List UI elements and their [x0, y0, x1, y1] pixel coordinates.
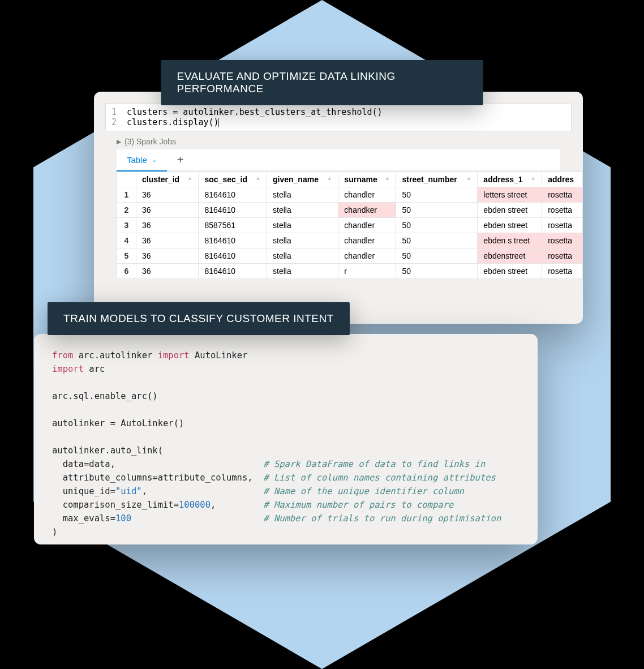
table-cell[interactable]: 8164610 — [199, 187, 267, 203]
table-cell[interactable]: 36 — [136, 264, 199, 279]
table-cell[interactable]: 36 — [136, 218, 199, 233]
table-cell[interactable]: 50 — [396, 264, 478, 279]
results-table: cluster_id▲ soc_sec_id▲ given_name▲ surn… — [117, 171, 583, 279]
banner-train: TRAIN MODELS TO CLASSIFY CUSTOMER INTENT — [48, 302, 350, 335]
col-cluster-id[interactable]: cluster_id▲ — [136, 172, 199, 187]
table-cell[interactable]: 50 — [396, 218, 478, 233]
table-cell[interactable]: rosetta — [542, 233, 583, 248]
table-cell[interactable]: 36 — [136, 248, 199, 264]
sort-icon: ▲ — [385, 175, 390, 181]
table-cell[interactable]: 8587561 — [199, 218, 267, 233]
table-cell[interactable]: 50 — [396, 203, 478, 218]
sort-icon: ▲ — [466, 175, 471, 181]
tab-table[interactable]: Table ⌄ — [117, 149, 167, 171]
triangle-right-icon: ▶ — [117, 138, 121, 145]
line-gutter: 1 2 — [106, 104, 122, 131]
sort-icon: ▲ — [327, 175, 332, 181]
table-cell[interactable]: 8164610 — [199, 203, 267, 218]
table-cell[interactable]: 8164610 — [199, 264, 267, 279]
col-street-number[interactable]: street_number▲ — [396, 172, 478, 187]
table-cell[interactable]: ebden street — [478, 218, 542, 233]
col-rownum[interactable] — [117, 172, 136, 187]
col-soc-sec-id[interactable]: soc_sec_id▲ — [199, 172, 267, 187]
table-cell[interactable]: chandker — [338, 203, 396, 218]
table-cell[interactable]: 50 — [396, 248, 478, 264]
notebook-panel: 1 2 clusters = autolinker.best_clusters_… — [94, 92, 583, 324]
table-cell[interactable]: 2 — [117, 203, 136, 218]
table-row[interactable]: 2368164610stellachandker50ebden streetro… — [117, 203, 583, 218]
table-cell[interactable]: 36 — [136, 187, 199, 203]
table-cell[interactable]: stella — [267, 248, 338, 264]
table-cell[interactable]: ebdenstreet — [478, 248, 542, 264]
table-cell[interactable]: rosetta — [542, 248, 583, 264]
table-cell[interactable]: chandler — [338, 233, 396, 248]
table-cell[interactable]: 8164610 — [199, 233, 267, 248]
chevron-down-icon: ⌄ — [152, 156, 157, 164]
table-cell[interactable]: 36 — [136, 203, 199, 218]
table-cell[interactable]: letters street — [478, 187, 542, 203]
table-cell[interactable]: rosetta — [542, 203, 583, 218]
table-cell[interactable]: 36 — [136, 233, 199, 248]
table-cell[interactable]: r — [338, 264, 396, 279]
table-cell[interactable]: stella — [267, 264, 338, 279]
table-cell[interactable]: 6 — [117, 264, 136, 279]
table-cell[interactable]: 5 — [117, 248, 136, 264]
table-cell[interactable]: 4 — [117, 233, 136, 248]
sort-icon: ▲ — [255, 175, 261, 181]
table-cell[interactable]: ebden street — [478, 203, 542, 218]
spark-jobs-toggle[interactable]: ▶ (3) Spark Jobs — [117, 137, 560, 146]
code-body[interactable]: clusters = autolinker.best_clusters_at_t… — [122, 104, 571, 131]
table-row[interactable]: 4368164610stellachandler50ebden s treetr… — [117, 233, 583, 248]
table-row[interactable]: 1368164610stellachandler50letters street… — [117, 187, 583, 203]
sort-icon: ▲ — [530, 175, 536, 181]
table-cell[interactable]: ebden street — [478, 264, 542, 279]
table-cell[interactable]: stella — [267, 203, 338, 218]
code-block: from arc.autolinker import AutoLinker im… — [52, 349, 520, 539]
table-cell[interactable]: 50 — [396, 233, 478, 248]
code-cell[interactable]: 1 2 clusters = autolinker.best_clusters_… — [105, 103, 572, 131]
table-cell[interactable]: chandler — [338, 218, 396, 233]
table-cell[interactable]: 3 — [117, 218, 136, 233]
table-cell[interactable]: stella — [267, 233, 338, 248]
spark-jobs-label: (3) Spark Jobs — [124, 137, 176, 146]
sort-icon: ▲ — [187, 175, 193, 181]
tab-label: Table — [127, 155, 147, 165]
col-address-1[interactable]: address_1▲ — [478, 172, 542, 187]
output-tabs: Table ⌄ + — [117, 149, 560, 171]
table-cell[interactable]: 50 — [396, 187, 478, 203]
table-cell[interactable]: 8164610 — [199, 248, 267, 264]
table-cell[interactable]: stella — [267, 218, 338, 233]
col-surname[interactable]: surname▲ — [338, 172, 396, 187]
table-cell[interactable]: stella — [267, 187, 338, 203]
table-row[interactable]: 3368587561stellachandler50ebden streetro… — [117, 218, 583, 233]
table-header-row: cluster_id▲ soc_sec_id▲ given_name▲ surn… — [117, 172, 583, 187]
table-cell[interactable]: 1 — [117, 187, 136, 203]
table-row[interactable]: 5368164610stellachandler50ebdenstreetros… — [117, 248, 583, 264]
add-tab-button[interactable]: + — [167, 153, 194, 166]
banner-evaluate: EVALUATE AND OPTIMIZE DATA LINKING PERFO… — [161, 60, 483, 105]
col-address-2[interactable]: addres — [542, 172, 583, 187]
table-cell[interactable]: chandler — [338, 248, 396, 264]
code-panel: from arc.autolinker import AutoLinker im… — [34, 334, 538, 544]
table-cell[interactable]: chandler — [338, 187, 396, 203]
table-cell[interactable]: ebden s treet — [478, 233, 542, 248]
table-cell[interactable]: rosetta — [542, 218, 583, 233]
table-cell[interactable]: rosetta — [542, 264, 583, 279]
table-row[interactable]: 6368164610stellar50ebden streetrosetta — [117, 264, 583, 279]
text-cursor — [218, 118, 219, 127]
table-cell[interactable]: rosetta — [542, 187, 583, 203]
col-given-name[interactable]: given_name▲ — [267, 172, 338, 187]
